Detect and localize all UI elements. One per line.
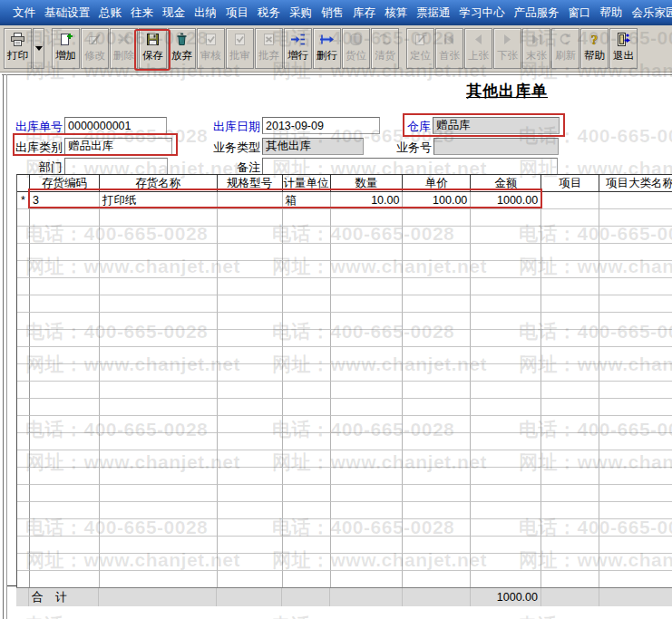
grid-cell-price[interactable]: 100.00 <box>403 192 471 209</box>
grid-cell-qty <box>331 450 404 468</box>
toolbar-button-label: 清货 <box>375 50 395 62</box>
menu-item-7[interactable]: 税务 <box>253 5 285 21</box>
menu-item-11[interactable]: 核算 <box>380 5 412 21</box>
grid-cell-amount <box>471 450 541 468</box>
grid-cell-project <box>541 278 599 295</box>
grid-cell-name <box>100 519 218 537</box>
row-selector-cell <box>17 416 30 433</box>
grid-cell-price <box>403 261 471 278</box>
menu-item-1[interactable]: 基础设置 <box>40 5 94 21</box>
discard-button[interactable]: 放弃 <box>168 28 196 69</box>
category-label: 出库类别 <box>15 140 63 156</box>
grid-cell-project_class <box>599 450 672 468</box>
grid-cell-spec <box>218 468 283 485</box>
add-row-button[interactable]: 增行 <box>284 28 312 69</box>
toolbar-button-label: 保存 <box>142 50 163 62</box>
add-button[interactable]: 增加 <box>52 28 80 69</box>
delete-row-button[interactable]: 删行 <box>313 28 341 69</box>
menu-item-3[interactable]: 往来 <box>126 5 158 21</box>
grid-cell-amount <box>471 382 541 399</box>
grid-cell-qty <box>331 347 404 364</box>
grid-cell-unit[interactable]: 箱 <box>283 192 331 209</box>
grid-cell-name <box>100 330 218 347</box>
audit-icon <box>203 32 219 47</box>
grid-cell-unit <box>283 347 331 364</box>
total-cell <box>403 588 471 606</box>
grid-cell-project_class[interactable] <box>599 192 672 209</box>
menu-item-5[interactable]: 出纳 <box>190 5 221 21</box>
menu-item-17[interactable]: 会乐家园 <box>628 5 672 21</box>
grid-empty-row <box>16 468 672 485</box>
row-selector-cell <box>17 347 30 364</box>
menu-item-4[interactable]: 现金 <box>158 5 190 21</box>
grid-cell-amount[interactable]: 1000.00 <box>471 192 541 209</box>
row-selector-cell <box>17 502 30 519</box>
toolbar-separator <box>400 28 406 69</box>
grid-cell-amount <box>471 502 541 519</box>
grid-cell-name <box>100 537 218 554</box>
menu-item-16[interactable]: 帮助 <box>596 5 628 21</box>
menu-item-15[interactable]: 窗口 <box>564 5 596 21</box>
menu-item-2[interactable]: 总账 <box>94 5 126 21</box>
grid-cell-code <box>30 537 100 554</box>
row-selector-cell <box>17 313 30 330</box>
grid-cell-qty <box>331 209 404 227</box>
chevron-down-icon <box>35 46 43 51</box>
menu-item-13[interactable]: 学习中心 <box>455 5 510 21</box>
grid-column-header: 计量单位 <box>283 175 331 192</box>
grid-cell-code[interactable]: 3 <box>30 192 100 209</box>
grid-empty-row <box>16 227 672 244</box>
grid-cell-project <box>541 519 599 537</box>
batch-discard-button: 批弃 <box>255 28 283 69</box>
grid-cell-project <box>541 295 599 313</box>
grid-cell-qty <box>331 330 404 347</box>
print-dropdown-button[interactable] <box>33 28 44 69</box>
row-selector-cell <box>17 278 30 295</box>
grid-cell-code <box>30 485 100 502</box>
exit-button[interactable]: 退出 <box>609 28 638 69</box>
grid-empty-row <box>16 571 672 588</box>
menu-item-8[interactable]: 采购 <box>285 5 317 21</box>
grid-splitter-dash <box>7 585 16 586</box>
date-field[interactable] <box>262 117 380 134</box>
grid-cell-project_class <box>599 330 672 347</box>
row-selector-cell <box>17 382 30 399</box>
grid-cell-project[interactable] <box>541 192 599 209</box>
department-field[interactable] <box>64 158 168 175</box>
discard-icon <box>174 32 190 47</box>
help-button[interactable]: ?帮助 <box>580 28 609 69</box>
grid-cell-amount <box>471 468 541 485</box>
grid-cell-spec[interactable] <box>218 192 283 209</box>
grid-empty-row <box>16 278 672 295</box>
grid-cell-unit <box>283 416 331 433</box>
grid-cell-project_class <box>599 347 672 364</box>
grid-cell-name <box>100 209 218 227</box>
menu-item-9[interactable]: 销售 <box>317 5 348 21</box>
row-selector-cell <box>17 261 30 278</box>
grid-cell-qty <box>331 571 404 588</box>
menu-item-14[interactable]: 产品服务 <box>510 5 564 21</box>
category-field[interactable] <box>64 138 172 155</box>
grid-cell-project <box>541 227 599 244</box>
grid-cell-spec <box>218 399 283 416</box>
toolbar-button-label: 首张 <box>439 50 460 62</box>
order-no-field[interactable] <box>64 117 167 134</box>
print-button[interactable]: 打印 <box>4 28 32 69</box>
grid-cell-unit <box>283 554 331 571</box>
grid-cell-unit <box>283 433 331 450</box>
menu-item-0[interactable]: 文件 <box>8 5 40 21</box>
grid-cell-name[interactable]: 打印纸 <box>100 192 218 209</box>
grid-cell-code <box>30 433 100 450</box>
menu-item-6[interactable]: 项目 <box>221 5 253 21</box>
save-button[interactable]: 保存 <box>139 28 167 69</box>
detail-grid: 存货编码存货名称规格型号计量单位数量单价金额项目项目大类名称*3打印纸箱10.0… <box>16 174 672 605</box>
grid-cell-qty[interactable]: 10.00 <box>331 192 404 209</box>
grid-cell-amount <box>471 295 541 313</box>
memo-field[interactable] <box>262 158 558 175</box>
grid-cell-code <box>30 382 100 399</box>
menu-item-10[interactable]: 库存 <box>348 5 380 21</box>
grid-cell-price <box>403 433 471 450</box>
grid-cell-spec <box>218 313 283 330</box>
grid-cell-spec <box>218 209 283 227</box>
menu-item-12[interactable]: 票据通 <box>412 5 455 21</box>
